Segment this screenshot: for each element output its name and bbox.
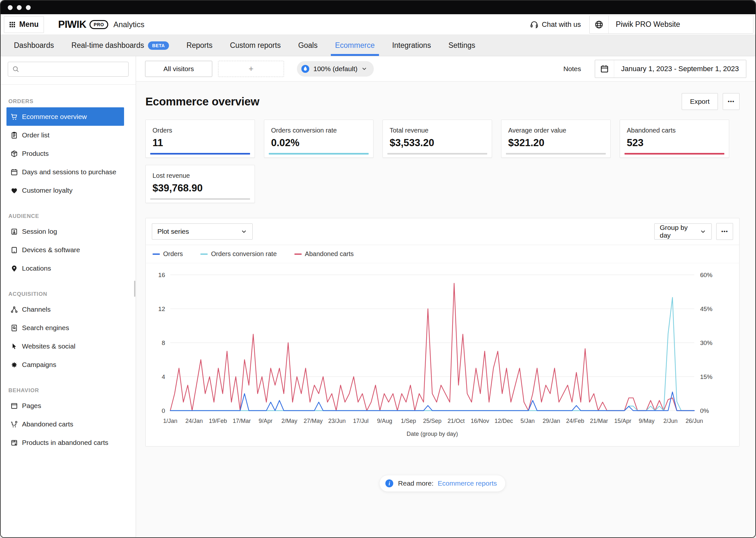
sidebar-item-session-log[interactable]: Session log	[7, 222, 124, 241]
metric-card-lost-revenue: Lost revenue$39,768.90	[145, 165, 255, 203]
sidebar-scrollbar[interactable]	[134, 281, 135, 297]
read-more-text: Read more:	[398, 479, 434, 487]
sidebar-item-locations[interactable]: Locations	[7, 259, 124, 277]
pin-icon	[10, 264, 18, 272]
sidebar-item-channels[interactable]: Channels	[7, 300, 124, 318]
metric-label: Abandoned carts	[627, 127, 729, 134]
svg-text:17/Mar: 17/Mar	[233, 418, 251, 424]
sidebar-item-order-list[interactable]: Order list	[7, 126, 124, 144]
svg-text:0: 0	[162, 407, 165, 414]
sidebar-item-days-and-sessions-to-purchase[interactable]: Days and sessions to purchase	[7, 163, 124, 181]
chart-more-options-button[interactable]: •••	[716, 223, 733, 240]
chevron-down-icon	[241, 228, 247, 235]
series-abandoned-carts	[170, 283, 694, 410]
add-segment-button[interactable]: +	[218, 61, 284, 77]
sidebar-item-search-engines[interactable]: Search engines	[7, 318, 124, 337]
channels-icon	[10, 305, 18, 313]
box-icon	[10, 439, 18, 447]
metric-card-abandoned-carts: Abandoned carts523	[620, 120, 729, 158]
window-zoom-button[interactable]	[26, 5, 31, 10]
tab-dashboards[interactable]: Dashboards	[5, 35, 63, 56]
sidebar-item-label: Order list	[22, 131, 49, 139]
metric-accent-bar	[150, 198, 250, 200]
menu-button-label: Menu	[19, 20, 38, 29]
sidebar-item-ecommerce-overview[interactable]: Ecommerce overview	[7, 107, 124, 126]
search-input[interactable]	[8, 62, 128, 77]
plot-series-dropdown[interactable]: Plot series	[152, 223, 253, 240]
calendar-icon	[595, 60, 614, 78]
sidebar-item-label: Search engines	[22, 324, 69, 332]
sidebar-item-label: Locations	[22, 264, 51, 272]
metric-card-orders-conversion-rate: Orders conversion rate0.02%	[264, 120, 373, 158]
tab-label: Settings	[449, 41, 475, 50]
tab-real-time-dashboards[interactable]: Real-time dashboardsBETA	[63, 35, 178, 56]
export-button[interactable]: Export	[682, 93, 718, 110]
svg-text:9/Apr: 9/Apr	[259, 418, 272, 424]
tab-label: Dashboards	[14, 41, 54, 50]
timeseries-chart[interactable]: 00%415%830%1245%1660%1/Jan24/Jan19/Feb17…	[149, 266, 731, 443]
main-nav-tabbar: DashboardsReal-time dashboardsBETAReport…	[1, 35, 755, 56]
traffic-sample-dropdown[interactable]: 100% (default)	[297, 61, 374, 77]
segment-all-visitors-button[interactable]: All visitors	[145, 61, 212, 77]
legend-item-orders[interactable]: Orders	[153, 250, 183, 258]
metric-value: 0.02%	[271, 137, 373, 149]
metric-accent-bar	[269, 153, 369, 155]
metric-accent-bar	[150, 153, 250, 155]
heart-icon	[10, 187, 18, 194]
metric-value: 523	[627, 137, 729, 149]
ecommerce-reports-link[interactable]: Ecommerce reports	[438, 479, 497, 487]
tab-reports[interactable]: Reports	[178, 35, 221, 56]
sidebar-item-label: Pages	[22, 402, 41, 410]
group-by-label: Group by day	[660, 224, 700, 239]
app-window: Menu PIWIK PRO Analytics Chat with us	[0, 0, 756, 538]
sidebar-item-customer-loyalty[interactable]: Customer loyalty	[7, 181, 124, 199]
plus-icon: +	[249, 64, 253, 74]
svg-text:30%: 30%	[700, 340, 712, 346]
chat-with-us-button[interactable]: Chat with us	[530, 20, 581, 29]
sidebar-item-pages[interactable]: Pages	[7, 397, 124, 415]
search-icon	[12, 65, 20, 73]
export-button-label: Export	[690, 98, 710, 105]
svg-text:24/Jan: 24/Jan	[185, 418, 203, 424]
tab-goals[interactable]: Goals	[290, 35, 326, 56]
date-range-picker[interactable]: January 1, 2023 - September 1, 2023	[595, 60, 746, 78]
sidebar-item-abandoned-carts[interactable]: Abandoned carts	[7, 415, 124, 433]
tab-custom-reports[interactable]: Custom reports	[221, 35, 290, 56]
sidebar-item-websites-and-social[interactable]: Websites & social	[7, 337, 124, 355]
tab-ecommerce[interactable]: Ecommerce	[326, 35, 384, 56]
group-by-dropdown[interactable]: Group by day	[654, 223, 712, 240]
svg-text:i: i	[389, 480, 390, 487]
tab-label: Integrations	[392, 41, 431, 50]
chevron-down-icon	[361, 66, 367, 72]
sidebar-item-campaigns[interactable]: Campaigns	[7, 355, 124, 374]
svg-text:16: 16	[158, 272, 165, 278]
sidebar-item-products-in-abandoned-carts[interactable]: Products in abandoned carts	[7, 433, 124, 452]
sidebar-item-label: Products in abandoned carts	[22, 439, 108, 447]
sidebar-item-products[interactable]: Products	[7, 144, 124, 163]
device-icon	[10, 246, 18, 254]
plot-series-label: Plot series	[157, 228, 189, 235]
svg-text:12/Dec: 12/Dec	[495, 418, 513, 424]
menu-button[interactable]: Menu	[4, 16, 44, 33]
svg-text:1/Sep: 1/Sep	[401, 418, 416, 424]
metric-card-orders: Orders11	[145, 120, 255, 158]
calendar-icon	[10, 168, 18, 176]
notes-button[interactable]: Notes	[563, 65, 581, 73]
page-more-options-button[interactable]: •••	[723, 93, 739, 110]
cart-x-icon	[10, 420, 18, 428]
svg-text:19/Feb: 19/Feb	[209, 418, 227, 424]
cursor-icon	[10, 343, 18, 350]
chart-legend: OrdersOrders conversion rateAbandoned ca…	[146, 245, 739, 263]
svg-text:Date (group by day): Date (group by day)	[406, 431, 458, 437]
svg-text:26/Jun: 26/Jun	[685, 418, 703, 424]
sidebar-item-devices-and-software[interactable]: Devices & software	[7, 241, 124, 259]
legend-item-abandoned-carts[interactable]: Abandoned carts	[294, 250, 354, 258]
tab-integrations[interactable]: Integrations	[384, 35, 440, 56]
window-minimize-button[interactable]	[17, 5, 22, 10]
window-close-button[interactable]	[8, 5, 13, 10]
sidebar-item-label: Ecommerce overview	[22, 113, 87, 121]
droplet-icon	[301, 64, 310, 74]
tab-settings[interactable]: Settings	[440, 35, 484, 56]
site-selector[interactable]: Piwik PRO Website	[589, 16, 753, 34]
legend-item-orders-conversion-rate[interactable]: Orders conversion rate	[200, 250, 277, 258]
